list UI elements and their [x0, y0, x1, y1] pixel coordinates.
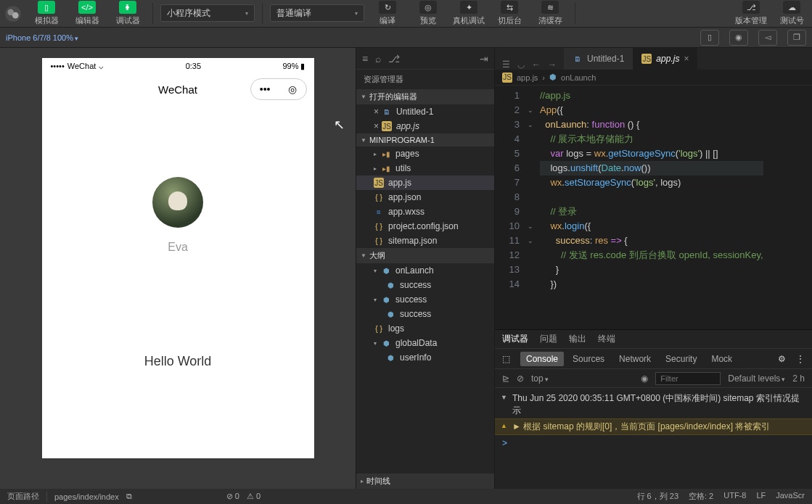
- open-editor-item[interactable]: JSapp.js: [356, 119, 494, 133]
- status-spaces[interactable]: 空格: 2: [689, 491, 713, 502]
- tb-编辑器[interactable]: </>编辑器: [67, 0, 107, 27]
- outline-item[interactable]: ⬢success: [356, 278, 494, 292]
- outline-header[interactable]: ▼大纲: [356, 248, 494, 263]
- copy-icon[interactable]: ⧉: [126, 492, 132, 501]
- capsule[interactable]: •••◎: [250, 78, 307, 100]
- more-icon[interactable]: ⋮: [796, 354, 805, 364]
- phone-time: 0:35: [186, 62, 201, 70]
- tree-item[interactable]: { }app.json: [356, 190, 494, 205]
- console-warning[interactable]: ► 根据 sitemap 的规则[0]，当前页面 [pages/index/in…: [495, 418, 812, 435]
- editor-pane: ☰ ◡ ← → 🗎Untitled-1JSapp.js× JS app.js ›…: [495, 48, 812, 489]
- outline-item[interactable]: ▾⬢globalData: [356, 336, 494, 350]
- play-icon[interactable]: ⊵: [502, 373, 509, 384]
- device-icon[interactable]: ▯: [700, 30, 719, 46]
- phone-frame: ••••• WeChat ⌵ 0:35 99% ▮ WeChat •••◎ Ev…: [42, 58, 314, 458]
- record-icon[interactable]: ◉: [729, 30, 748, 46]
- status-warnings[interactable]: ⚠ 0: [247, 492, 261, 501]
- status-cursor[interactable]: 行 6，列 23: [637, 491, 678, 502]
- dbg-tab[interactable]: 调试器: [502, 333, 528, 345]
- context-select[interactable]: top: [531, 373, 549, 384]
- compile-select[interactable]: 普通编译▾: [270, 4, 364, 22]
- outline-item[interactable]: ⬢success: [356, 307, 494, 321]
- console-prompt[interactable]: >: [495, 435, 812, 451]
- cursor-icon: ↖: [334, 117, 345, 133]
- outline-item[interactable]: ▾⬢success: [356, 292, 494, 307]
- list-icon[interactable]: ☰: [502, 59, 510, 70]
- tb-清缓存[interactable]: ≋清缓存: [530, 0, 570, 27]
- avatar[interactable]: [152, 177, 203, 228]
- dbg-subtab[interactable]: Console: [520, 352, 564, 366]
- target-icon[interactable]: ◎: [288, 83, 297, 95]
- code-editor[interactable]: 1234567891011121314 ⌄⌄⌄⌄ //app.jsApp({ o…: [495, 86, 812, 329]
- collapse-icon[interactable]: ⇥: [480, 53, 488, 65]
- signal-icon: •••••: [51, 62, 65, 70]
- device-bar: iPhone 6/7/8 100% ▯ ◉ ◅ ❐: [0, 28, 812, 48]
- inspect-icon[interactable]: ⬚: [502, 354, 510, 364]
- svg-point-2: [12, 12, 19, 19]
- explorer-tab-icon[interactable]: ≡: [362, 53, 368, 65]
- status-path[interactable]: pages/index/index: [54, 492, 119, 501]
- username: Eva: [168, 241, 188, 254]
- status-encoding[interactable]: UTF-8: [723, 491, 746, 502]
- tb-切后台[interactable]: ⇆切后台: [489, 0, 530, 27]
- tree-item[interactable]: { }project.config.json: [356, 219, 494, 234]
- console-output[interactable]: Thu Jun 25 2020 00:35:11 GMT+0800 (中国标准时…: [495, 388, 812, 489]
- forward-icon[interactable]: →: [548, 59, 557, 70]
- window-icon[interactable]: ❐: [787, 30, 806, 46]
- branch-icon[interactable]: ⎇: [388, 53, 400, 65]
- tree-item[interactable]: ▸▸▮pages: [356, 146, 494, 161]
- editor-tab[interactable]: 🗎Untitled-1: [564, 48, 633, 70]
- bookmark-icon[interactable]: ◡: [517, 59, 525, 70]
- dbg-subtab[interactable]: Mock: [705, 352, 738, 366]
- back-icon[interactable]: ←: [532, 59, 541, 70]
- outline-item[interactable]: ⬢userInfo: [356, 350, 494, 365]
- dbg-subtab[interactable]: Sources: [567, 352, 610, 366]
- dbg-subtab[interactable]: Security: [660, 352, 702, 366]
- status-path-label[interactable]: 页面路径: [7, 491, 39, 502]
- gear-icon[interactable]: ⚙: [778, 354, 786, 364]
- phone-titlebar: WeChat •••◎: [42, 74, 314, 104]
- status-errors[interactable]: ⊘ 0: [226, 492, 239, 501]
- eye-icon[interactable]: ◉: [641, 373, 648, 384]
- app-logo: [0, 0, 26, 28]
- tree-item[interactable]: ▸▸▮utils: [356, 161, 494, 175]
- tb-模拟器[interactable]: ▯模拟器: [26, 0, 67, 27]
- search-icon[interactable]: ⌕: [375, 53, 381, 65]
- tb-预览[interactable]: ◎预览: [408, 0, 448, 27]
- clear-icon[interactable]: ⊘: [517, 373, 524, 384]
- tree-item[interactable]: { }sitemap.json: [356, 234, 494, 248]
- console-group[interactable]: Thu Jun 25 2020 00:35:11 GMT+0800 (中国标准时…: [495, 391, 812, 418]
- timeline-header[interactable]: ▸时间线: [356, 474, 494, 489]
- mute-icon[interactable]: ◅: [758, 30, 777, 46]
- outline-item[interactable]: { }logs: [356, 321, 494, 336]
- more-icon[interactable]: •••: [260, 83, 271, 95]
- outline-item[interactable]: ▾⬢onLaunch: [356, 263, 494, 278]
- tree-item[interactable]: JSapp.js: [356, 175, 494, 190]
- tb-真机调试[interactable]: ✦真机调试: [448, 0, 489, 27]
- project-header[interactable]: ▼MINIPROGRAM-1: [356, 133, 494, 146]
- levels-select[interactable]: Default levels: [728, 373, 785, 384]
- open-editors-header[interactable]: ▼打开的编辑器: [356, 89, 494, 104]
- dbg-tab[interactable]: 问题: [540, 333, 557, 345]
- tb-编译[interactable]: ↻编译: [367, 0, 408, 27]
- battery-icon: ▮: [300, 62, 305, 70]
- js-icon: JS: [502, 73, 512, 83]
- open-editor-item[interactable]: 🗎Untitled-1: [356, 104, 494, 119]
- console-toolbar: ⊵ ⊘ top ◉ Default levels 2 h: [495, 369, 812, 388]
- tree-item[interactable]: ≡app.wxss: [356, 205, 494, 219]
- status-eol[interactable]: LF: [756, 491, 766, 502]
- mode-select[interactable]: 小程序模式▾: [160, 4, 255, 22]
- dbg-tab[interactable]: 终端: [598, 333, 615, 345]
- phone-statusbar: ••••• WeChat ⌵ 0:35 99% ▮: [42, 58, 314, 74]
- close-icon[interactable]: ×: [684, 54, 689, 64]
- tb-测试号[interactable]: ☁测试号: [771, 0, 812, 27]
- dbg-subtab[interactable]: Network: [613, 352, 657, 366]
- breadcrumb[interactable]: JS app.js › ⬢ onLaunch: [495, 70, 812, 86]
- tb-版本管理[interactable]: ⎇版本管理: [731, 0, 771, 27]
- editor-tab[interactable]: JSapp.js×: [633, 48, 697, 70]
- tb-调试器[interactable]: ⧳调试器: [107, 0, 148, 27]
- device-label[interactable]: iPhone 6/7/8 100%: [6, 33, 78, 42]
- status-lang[interactable]: JavaScr: [776, 491, 805, 502]
- filter-input[interactable]: [655, 372, 721, 385]
- dbg-tab[interactable]: 输出: [569, 333, 586, 345]
